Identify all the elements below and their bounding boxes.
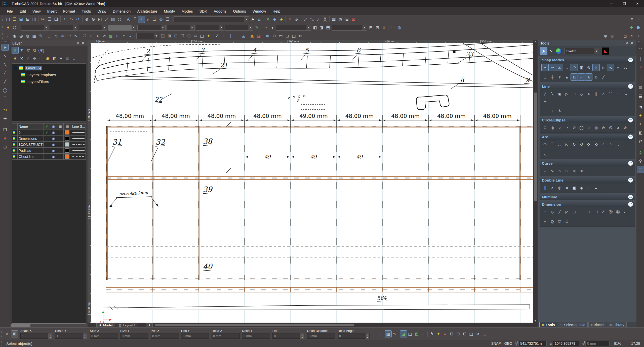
tool-icon[interactable]: ↖ — [607, 64, 614, 71]
show-all-icon[interactable]: ◉ — [45, 55, 51, 62]
grip-handle[interactable] — [2, 33, 3, 39]
zoom-selection-icon[interactable]: ◎ — [116, 16, 123, 23]
folder-icon[interactable]: ❏ — [151, 16, 158, 23]
horizontal-scrollbar[interactable] — [155, 323, 533, 327]
diamond-tool-icon[interactable]: ◇ — [53, 33, 59, 39]
stretch-icon[interactable]: ⤢ — [302, 16, 309, 23]
redo-icon[interactable]: ↷ — [68, 16, 75, 23]
tree-item-layerstemplates[interactable]: LayersTemplates — [12, 71, 86, 78]
spin-up-icon[interactable]: ▲ — [83, 333, 87, 336]
collapse-chevron-icon[interactable]: ⌃⌃ — [628, 161, 633, 166]
layer-row-ghost-line[interactable]: Ghost line◉ — [12, 154, 86, 160]
check-header[interactable]: ✔ — [44, 123, 51, 129]
solid-tool-icon[interactable]: ● — [94, 33, 101, 39]
menu-format[interactable]: Format — [60, 7, 78, 15]
chevron-down-icon[interactable]: ▼ — [594, 48, 599, 54]
tool-icon[interactable]: ⊙ — [542, 124, 548, 131]
chevron-down-icon[interactable]: ▼ — [102, 25, 107, 30]
cut-icon[interactable]: ✂ — [40, 16, 46, 23]
layer-lock[interactable] — [57, 142, 64, 147]
no-fill-icon[interactable]: ⌀ — [293, 16, 300, 23]
spin-up-icon[interactable]: ▲ — [300, 333, 304, 336]
tool-icon[interactable]: ∠ — [556, 64, 563, 71]
frame-corner-icon[interactable]: ◰ — [468, 331, 474, 337]
layer-lock[interactable] — [57, 136, 64, 141]
layer-active-check[interactable]: ✔ — [44, 129, 51, 135]
align-top-icon[interactable]: ⬒ — [325, 24, 331, 31]
iso-view-icon[interactable]: ⬙ — [158, 16, 164, 23]
tool-icon[interactable]: ◞ — [615, 141, 621, 148]
grip-handle[interactable] — [2, 25, 3, 30]
refresh-layers-icon[interactable]: ⟳ — [12, 47, 18, 54]
tool-icon[interactable]: ┼ — [549, 74, 556, 80]
spin-down-icon[interactable]: ▼ — [83, 336, 87, 339]
tool-icon[interactable]: ◎ — [556, 184, 563, 191]
section-header[interactable]: Curve⌃⌃ — [540, 160, 635, 166]
tool-icon[interactable]: ◇ — [549, 208, 556, 215]
menu-draw[interactable]: Draw — [94, 7, 109, 15]
sheet-tool-icon[interactable]: ❏ — [159, 33, 166, 39]
tool-icon[interactable]: ⟳ — [585, 141, 592, 148]
redraw-icon[interactable]: ⟳ — [75, 16, 81, 23]
percent-grid-icon[interactable]: ▦ — [385, 331, 391, 337]
chevron-down-icon[interactable]: ▼ — [362, 25, 367, 30]
mask-tool-icon[interactable]: ◪ — [256, 33, 262, 39]
pen-combo[interactable]: ▼ — [137, 25, 166, 31]
node-select-tool-icon[interactable]: ↖ — [2, 53, 8, 59]
tool-icon[interactable]: ◙ — [564, 184, 570, 191]
corner-right-icon[interactable]: ⬔ — [637, 104, 644, 110]
calculator-icon[interactable]: ⊞ — [11, 331, 18, 337]
menu-dimension[interactable]: Dimension — [109, 7, 134, 15]
angle-prop-icon[interactable]: ◔ — [262, 24, 269, 31]
extra-3-icon[interactable]: ▭ — [615, 33, 622, 39]
print-preview-icon[interactable]: ◫ — [31, 16, 37, 23]
spark-right-icon[interactable]: ✦ — [637, 112, 644, 119]
tool-icon[interactable]: ∅ — [607, 124, 614, 131]
spinner[interactable]: ▲▼ — [83, 333, 87, 339]
style-combo[interactable]: ▼ — [174, 16, 249, 22]
add-prop-icon[interactable]: ✚ — [628, 24, 635, 31]
field-input[interactable]: 0 mm — [90, 333, 118, 339]
gear-tool-icon[interactable]: ✱ — [2, 135, 8, 142]
brush-combo[interactable]: ▼ — [108, 25, 136, 31]
tool-icon[interactable]: ◺ — [564, 141, 570, 148]
zoom-window-icon[interactable]: ◱ — [97, 16, 103, 23]
scroll-down-icon[interactable]: ▼ — [534, 319, 537, 323]
layer-visible-eye[interactable]: ◉ — [50, 142, 57, 147]
perp-tool-icon[interactable]: ⊥ — [221, 33, 227, 39]
line-tool-icon[interactable]: ╱ — [2, 78, 8, 85]
tool-icon[interactable]: Ⓡ — [607, 208, 614, 215]
grid-toggle-icon[interactable]: ⠿ — [132, 16, 138, 23]
half-shade-icon[interactable]: ◧ — [51, 55, 58, 62]
ungroup-icon[interactable]: ◆ — [271, 16, 278, 23]
layer-lock[interactable] — [57, 129, 64, 135]
window-strip-tool-icon[interactable]: ⊞ — [2, 144, 8, 150]
coord-z-field[interactable]: 0 mm — [585, 341, 610, 346]
ucs-tool-icon[interactable]: ⌐ — [5, 33, 11, 39]
tool-icon[interactable]: ∧ — [549, 184, 556, 191]
mode-3d-icon[interactable]: 3D — [59, 33, 66, 39]
anchor-tool-icon[interactable]: ⌑ — [192, 33, 199, 39]
width-combo[interactable]: ▼ — [167, 25, 195, 31]
box-tool-icon[interactable]: ⬚ — [46, 33, 53, 39]
collapse-chevron-icon[interactable]: ⌃⌃ — [628, 118, 633, 122]
tool-icon[interactable]: ∴ — [564, 64, 570, 71]
tool-icon[interactable]: ⠿ — [600, 64, 607, 71]
tool-icon[interactable]: ○ — [556, 124, 563, 131]
close-button-icon[interactable]: ✕ — [631, 0, 644, 7]
paste-icon[interactable]: ❏ — [53, 16, 59, 23]
material-icon[interactable]: ◍ — [396, 24, 403, 31]
new-layer-icon[interactable]: ✱ — [12, 55, 18, 62]
selectbox-right-icon[interactable]: ⬚ — [637, 166, 644, 173]
frame-blue-icon[interactable]: ⊞ — [455, 331, 461, 337]
half3-tool-icon[interactable]: ◒ — [127, 33, 134, 39]
menu-edit[interactable]: Edit — [16, 7, 29, 15]
circle-tool-icon[interactable]: ◎ — [18, 33, 24, 39]
field-input[interactable]: 1▲▼ — [20, 333, 49, 339]
delete-tool-icon[interactable]: ⊠ — [350, 16, 357, 23]
layer-row--constructi[interactable]: $CONSTRUCTI◉ — [12, 142, 86, 148]
tool-icon[interactable]: ◍ — [593, 124, 599, 131]
tool-icon[interactable]: ⊚ — [571, 167, 578, 174]
section-header[interactable]: Double Line⌃⌃ — [540, 177, 635, 183]
overflow-icon[interactable]: » — [635, 16, 641, 23]
